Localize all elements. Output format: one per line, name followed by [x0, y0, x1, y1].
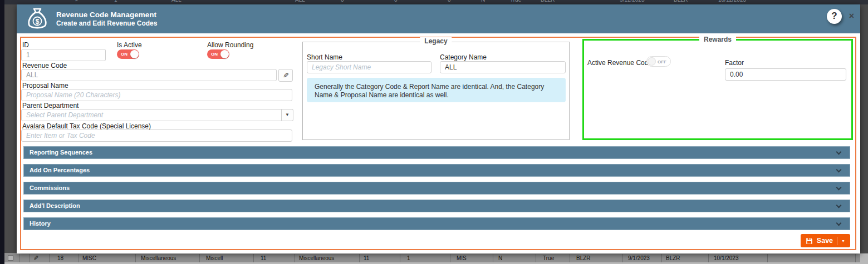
section-header-commissions[interactable]: Commissions	[23, 182, 850, 195]
edit-icon: ✎	[283, 69, 289, 81]
table-cell: 11	[261, 255, 266, 261]
legacy-info-note: Generally the Category Code & Report Nam…	[307, 78, 566, 102]
column-separator	[622, 254, 623, 262]
rewards-panel: Rewards Active Revenue Code OFF Factor	[582, 39, 853, 140]
column-separator	[359, 254, 360, 262]
table-cell: BLZR	[576, 255, 591, 261]
allow-rounding-toggle[interactable]: ON	[207, 49, 229, 59]
section-label: Add On Percentages	[30, 167, 90, 173]
column-separator	[493, 254, 493, 262]
column-separator	[199, 254, 200, 262]
factor-label: Factor	[725, 59, 744, 67]
chevron-down-icon	[836, 150, 842, 155]
table-cell: BLZR	[666, 255, 680, 261]
id-field[interactable]	[21, 49, 106, 61]
dialog-header: $ Revenue Code Management Create and Edi…	[17, 4, 860, 33]
column-separator	[536, 254, 536, 262]
avalara-tax-code-label: Avalara Default Tax Code (Special Licens…	[22, 122, 151, 130]
legacy-panel: Legacy Short Name Category Name Generall…	[302, 42, 570, 140]
column-separator	[767, 254, 768, 262]
column-separator	[855, 254, 856, 262]
table-cell: 18	[57, 255, 63, 261]
table-cell: ALL	[171, 0, 182, 3]
close-icon[interactable]: ×	[849, 12, 854, 21]
table-cell: ALL	[295, 0, 305, 3]
window-edge-strip	[0, 0, 4, 264]
column-separator	[135, 254, 136, 262]
short-name-field[interactable]	[307, 61, 431, 73]
table-cell: N	[498, 255, 502, 261]
revenue-code-management-dialog: $ Revenue Code Management Create and Edi…	[17, 4, 860, 253]
column-separator	[294, 254, 295, 262]
help-icon[interactable]: ?	[827, 9, 842, 24]
table-cell: 10/12/2023	[718, 0, 746, 3]
legacy-panel-title: Legacy	[420, 37, 452, 45]
column-separator	[570, 254, 570, 262]
dialog-titles: Revenue Code Management Create and Edit …	[56, 10, 157, 28]
parent-department-label: Parent Department	[22, 102, 79, 109]
category-name-label: Category Name	[440, 53, 487, 61]
money-bag-icon: $	[26, 7, 49, 31]
parent-department-dropdown-button[interactable]: ▼	[281, 109, 293, 121]
active-revenue-code-label: Active Revenue Code	[587, 59, 652, 67]
row-checkbox	[8, 255, 13, 261]
svg-text:$: $	[36, 18, 40, 26]
table-cell: 1	[114, 0, 117, 3]
section-header-add-on-percentages[interactable]: Add On Percentages	[23, 164, 850, 177]
edit-icon: ✎	[33, 255, 38, 262]
section-label: Commissions	[30, 185, 70, 191]
revenue-code-field[interactable]	[21, 69, 277, 81]
section-header-history[interactable]: History	[23, 217, 850, 230]
save-button-divider	[837, 237, 837, 245]
table-cell: Miscellaneous	[141, 255, 176, 261]
column-separator	[253, 254, 254, 262]
table-cell: BLZR	[541, 0, 555, 3]
is-active-toggle[interactable]: ON	[117, 49, 139, 59]
table-cell: 1	[407, 255, 410, 261]
section-header-addl-description[interactable]: Add'l Description	[23, 200, 850, 212]
section-header-reporting-sequences[interactable]: Reporting Sequences	[23, 146, 850, 159]
column-separator	[19, 254, 19, 262]
category-name-field[interactable]	[440, 61, 566, 73]
column-separator	[450, 254, 450, 262]
save-dropdown-caret-icon[interactable]: ▼	[841, 239, 845, 243]
table-cell: BLZR	[674, 0, 688, 3]
table-cell: 10/1/2023	[714, 255, 739, 261]
revenue-code-label: Revenue Code	[22, 62, 67, 69]
column-separator	[78, 254, 79, 262]
table-cell: 0	[448, 0, 451, 3]
save-label: Save	[817, 237, 833, 245]
column-separator	[400, 254, 400, 262]
table-cell: Miscellaneous	[299, 255, 334, 261]
chevron-down-icon	[836, 221, 842, 226]
factor-field[interactable]	[725, 68, 846, 81]
table-cell: 9/12/2023	[620, 0, 645, 3]
toggle-knob	[220, 50, 229, 58]
proposal-name-field[interactable]	[21, 89, 292, 101]
table-cell: N	[481, 0, 485, 3]
table-cell: Miscell	[206, 255, 223, 261]
active-revenue-code-toggle[interactable]: OFF	[646, 56, 671, 67]
avalara-tax-code-field[interactable]	[21, 129, 292, 142]
toggle-state-label: ON	[121, 52, 127, 57]
dialog-subtitle: Create and Edit Revenue Codes	[56, 19, 157, 28]
background-table-row-bottom: ✎ 18 MISC Miscellaneous Miscell 11 Misce…	[4, 254, 860, 262]
edit-revenue-code-button[interactable]: ✎	[278, 69, 293, 82]
allow-rounding-label: Allow Rounding	[207, 41, 253, 49]
toggle-state-label: OFF	[658, 59, 666, 64]
is-active-label: Is Active	[117, 41, 142, 49]
table-cell: 0	[341, 0, 344, 3]
id-label: ID	[22, 41, 29, 49]
column-separator	[29, 254, 30, 262]
save-button[interactable]: Save ▼	[801, 234, 850, 247]
table-cell: MIS	[457, 255, 467, 261]
proposal-name-label: Proposal Name	[22, 82, 68, 89]
column-separator	[49, 254, 50, 262]
edit-icon: ✎	[75, 0, 79, 3]
parent-department-select[interactable]	[21, 109, 293, 121]
chevron-down-icon	[836, 185, 842, 191]
background-table-row-bottom-wrap: ✎ 18 MISC Miscellaneous Miscell 11 Misce…	[4, 253, 868, 264]
table-cell: MISC	[82, 255, 96, 261]
section-label: Reporting Sequences	[30, 149, 92, 156]
chevron-down-icon: ▼	[285, 112, 290, 117]
